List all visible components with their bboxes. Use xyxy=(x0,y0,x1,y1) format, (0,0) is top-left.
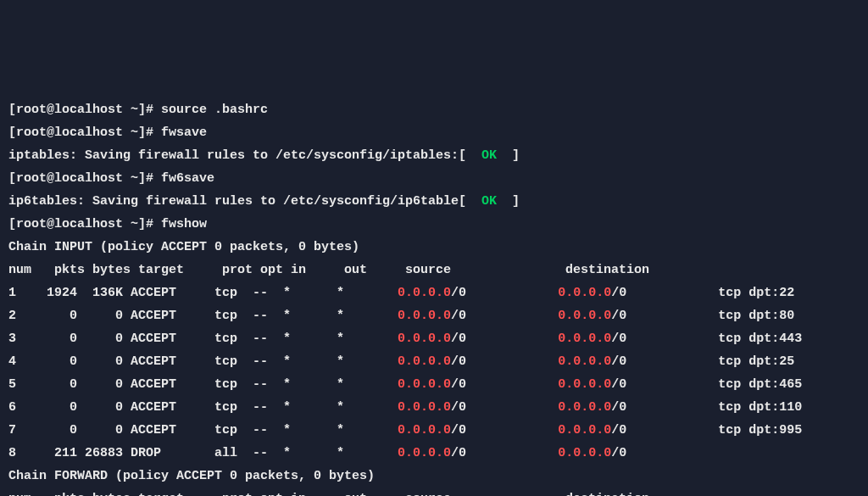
ok-status: OK xyxy=(466,148,512,163)
rule-extra: tcp dpt:995 xyxy=(718,423,802,437)
rule-extra: tcp dpt:465 xyxy=(718,377,802,392)
prompt-line: [root@localhost ~]# source .bashrc xyxy=(8,98,860,121)
source-ip: 0.0.0.0 xyxy=(398,400,451,415)
column-header: num pkts bytes target prot opt in out so… xyxy=(8,259,860,281)
iptables-rule-row: 8 211 26883 DROP all -- * * 0.0.0.0/0 0.… xyxy=(8,442,860,465)
iptables-rule-row: 4 0 0 ACCEPT tcp -- * * 0.0.0.0/0 0.0.0.… xyxy=(8,350,860,373)
save-status-line: ip6tables: Saving firewall rules to /etc… xyxy=(8,190,860,213)
destination-ip: 0.0.0.0 xyxy=(558,423,611,437)
destination-ip: 0.0.0.0 xyxy=(558,446,611,460)
terminal-output[interactable]: [root@localhost ~]# source .bashrc[root@… xyxy=(8,98,860,496)
rule-extra: tcp dpt:443 xyxy=(718,332,802,346)
iptables-rule-row: 6 0 0 ACCEPT tcp -- * * 0.0.0.0/0 0.0.0.… xyxy=(8,396,860,419)
source-ip: 0.0.0.0 xyxy=(398,377,451,392)
iptables-rule-row: 1 1924 136K ACCEPT tcp -- * * 0.0.0.0/0 … xyxy=(8,281,860,304)
shell-prompt: [root@localhost ~]# xyxy=(8,171,161,186)
prompt-line: [root@localhost ~]# fw6save xyxy=(8,167,860,190)
destination-ip: 0.0.0.0 xyxy=(558,354,611,369)
iptables-rule-row: 7 0 0 ACCEPT tcp -- * * 0.0.0.0/0 0.0.0.… xyxy=(8,419,860,442)
iptables-rule-row: 2 0 0 ACCEPT tcp -- * * 0.0.0.0/0 0.0.0.… xyxy=(8,304,860,327)
destination-ip: 0.0.0.0 xyxy=(558,400,611,415)
save-status-line: iptables: Saving firewall rules to /etc/… xyxy=(8,144,860,167)
source-ip: 0.0.0.0 xyxy=(398,309,451,323)
destination-ip: 0.0.0.0 xyxy=(558,286,611,300)
destination-ip: 0.0.0.0 xyxy=(558,332,611,346)
rule-extra: tcp dpt:22 xyxy=(718,286,794,300)
iptables-rule-row: 3 0 0 ACCEPT tcp -- * * 0.0.0.0/0 0.0.0.… xyxy=(8,327,860,350)
shell-prompt: [root@localhost ~]# xyxy=(8,125,161,140)
chain-input-header: Chain INPUT (policy ACCEPT 0 packets, 0 … xyxy=(8,236,860,259)
shell-prompt: [root@localhost ~]# xyxy=(8,103,161,117)
rule-extra: tcp dpt:80 xyxy=(718,309,794,323)
command-text: fw6save xyxy=(161,171,214,186)
ok-status: OK xyxy=(466,194,512,209)
column-header: num pkts bytes target prot opt in out so… xyxy=(8,488,860,496)
prompt-line: [root@localhost ~]# fwsave xyxy=(8,121,860,144)
prompt-line: [root@localhost ~]# fwshow xyxy=(8,213,860,236)
chain-forward-header: Chain FORWARD (policy ACCEPT 0 packets, … xyxy=(8,465,860,488)
source-ip: 0.0.0.0 xyxy=(398,286,451,300)
rule-extra: tcp dpt:110 xyxy=(718,400,802,415)
destination-ip: 0.0.0.0 xyxy=(558,309,611,323)
source-ip: 0.0.0.0 xyxy=(398,332,451,346)
source-ip: 0.0.0.0 xyxy=(398,446,451,460)
rule-extra: tcp dpt:25 xyxy=(718,354,794,369)
command-text: fwsave xyxy=(161,125,207,140)
shell-prompt: [root@localhost ~]# xyxy=(8,217,161,231)
source-ip: 0.0.0.0 xyxy=(398,423,451,437)
command-text: source .bashrc xyxy=(161,103,268,117)
iptables-rule-row: 5 0 0 ACCEPT tcp -- * * 0.0.0.0/0 0.0.0.… xyxy=(8,373,860,396)
source-ip: 0.0.0.0 xyxy=(398,354,451,369)
destination-ip: 0.0.0.0 xyxy=(558,377,611,392)
command-text: fwshow xyxy=(161,217,207,231)
